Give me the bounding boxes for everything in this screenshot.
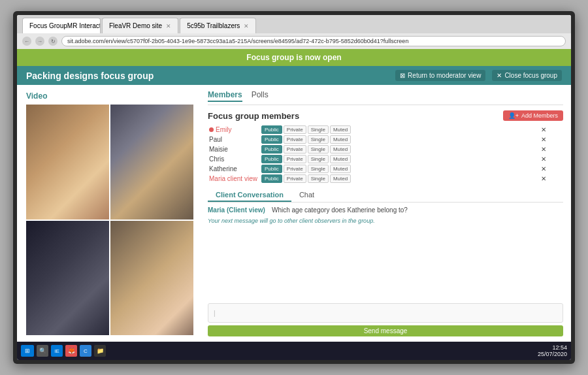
add-members-label: Add Members	[521, 112, 558, 119]
refresh-button[interactable]: ↻	[48, 37, 57, 46]
video-label: Video	[26, 91, 193, 101]
tab-1[interactable]: Focus GroupMR Interactive Zen... ✕	[22, 18, 101, 33]
member-remove-3[interactable]: ✕	[540, 154, 563, 164]
member-btn-3-single[interactable]: Single	[308, 155, 329, 163]
start-button[interactable]: ⊞	[21, 345, 34, 357]
member-btn-2-muted[interactable]: Muted	[330, 145, 351, 154]
member-row-5: Maria client viewPublicPrivateSingleMute…	[208, 174, 563, 184]
close-label: Close focus group	[504, 72, 557, 79]
taskbar-icon-2[interactable]: IE	[51, 345, 63, 357]
notice-bar: Focus group is now open	[17, 49, 571, 66]
note-text: Your next message will go to other clien…	[208, 218, 563, 224]
tab-1-label: Focus GroupMR Interactive Zen...	[29, 22, 101, 29]
clock-time: 12:54	[538, 344, 567, 351]
member-buttons-0: PublicPrivateSingleMuted	[260, 125, 540, 135]
video-grid	[26, 105, 193, 335]
member-name-5: Maria client view	[208, 174, 260, 184]
top-tabs: Members Polls	[208, 90, 563, 105]
member-btn-5-muted[interactable]: Muted	[330, 174, 351, 183]
member-btn-1-muted[interactable]: Muted	[330, 135, 351, 144]
member-btn-2-private[interactable]: Private	[284, 145, 306, 154]
return-icon: ⊠	[400, 72, 405, 79]
members-section: Focus group members 👤+ Add Members Emily…	[208, 110, 563, 184]
member-name-4: Katherine	[208, 164, 260, 174]
tab-2[interactable]: FleaVR Demo site ✕	[102, 18, 178, 33]
member-btn-4-public[interactable]: Public	[261, 165, 282, 173]
tab-2-label: FleaVR Demo site	[109, 22, 162, 29]
tab-members[interactable]: Members	[208, 90, 242, 102]
message-sender: Maria (Client view)	[208, 206, 267, 214]
taskbar-icon-4[interactable]: C	[80, 345, 91, 357]
member-btn-4-muted[interactable]: Muted	[330, 165, 351, 173]
video-cell-4	[110, 221, 193, 336]
tab-polls-label: Polls	[252, 90, 269, 99]
header-bar: Packing designs focus group ⊠ Return to …	[17, 66, 571, 85]
cursor-icon: |	[214, 310, 216, 317]
member-btn-3-muted[interactable]: Muted	[330, 155, 351, 163]
member-name-3: Chris	[208, 154, 260, 164]
add-members-button[interactable]: 👤+ Add Members	[503, 110, 563, 121]
member-remove-0[interactable]: ✕	[540, 125, 563, 135]
member-btn-1-single[interactable]: Single	[308, 135, 329, 144]
member-btn-0-muted[interactable]: Muted	[330, 125, 351, 134]
member-btn-5-single[interactable]: Single	[308, 174, 329, 183]
member-btn-0-private[interactable]: Private	[284, 125, 306, 134]
bottom-section: Client Conversation Chat Maria (Client v…	[208, 189, 563, 336]
header-actions: ⊠ Return to moderator view ✕ Close focus…	[395, 70, 562, 81]
member-row-4: KatherinePublicPrivateSingleMuted✕	[208, 164, 563, 174]
taskbar-icon-3[interactable]: 🦊	[65, 345, 77, 357]
member-buttons-3: PublicPrivateSingleMuted	[260, 154, 540, 164]
clock-date: 25/07/2020	[538, 351, 567, 357]
member-remove-2[interactable]: ✕	[540, 144, 563, 154]
video-cell-3	[26, 221, 109, 336]
member-name-1: Paul	[208, 135, 260, 144]
member-row-0: EmilyPublicPrivateSingleMuted✕	[208, 125, 563, 135]
forward-button[interactable]: →	[35, 37, 44, 46]
member-btn-4-single[interactable]: Single	[308, 165, 329, 173]
send-message-button[interactable]: Send message	[208, 325, 563, 336]
member-remove-4[interactable]: ✕	[540, 164, 563, 174]
member-btn-2-public[interactable]: Public	[261, 145, 282, 154]
close-focus-group-button[interactable]: ✕ Close focus group	[492, 70, 562, 81]
back-button[interactable]: ←	[22, 37, 31, 46]
tab-3[interactable]: 5c95b Trailblazers ✕	[180, 18, 256, 33]
member-remove-1[interactable]: ✕	[540, 135, 563, 144]
members-table: EmilyPublicPrivateSingleMuted✕PaulPublic…	[208, 125, 563, 184]
member-btn-0-public[interactable]: Public	[261, 125, 282, 134]
member-btn-5-private[interactable]: Private	[284, 174, 306, 183]
return-to-moderator-button[interactable]: ⊠ Return to moderator view	[395, 70, 485, 81]
video-cell-1	[26, 105, 109, 220]
chat-label: Chat	[299, 191, 314, 199]
taskbar-clock: 12:54 25/07/2020	[538, 344, 567, 357]
member-buttons-5: PublicPrivateSingleMuted	[260, 174, 540, 184]
member-btn-3-public[interactable]: Public	[261, 155, 282, 163]
taskbar-icon-5[interactable]: 📁	[94, 345, 106, 357]
tab-3-label: 5c95b Trailblazers	[187, 22, 240, 29]
member-btn-1-private[interactable]: Private	[284, 135, 306, 144]
windows-icon: ⊞	[25, 348, 30, 354]
tab-client-conversation[interactable]: Client Conversation	[208, 189, 291, 202]
tab-chat[interactable]: Chat	[291, 189, 322, 202]
member-btn-1-public[interactable]: Public	[261, 135, 282, 144]
page-content: Focus group is now open Packing designs …	[17, 49, 571, 342]
main-area: Video Members	[17, 85, 571, 342]
member-row-3: ChrisPublicPrivateSingleMuted✕	[208, 154, 563, 164]
member-btn-4-private[interactable]: Private	[284, 165, 306, 173]
tab-2-close[interactable]: ✕	[166, 23, 171, 29]
tab-3-close[interactable]: ✕	[244, 23, 249, 29]
message-input[interactable]: |	[208, 303, 563, 323]
taskbar: ⊞ 🔍 IE 🦊 C 📁 12:54 25/07/2020	[17, 342, 571, 360]
member-name-0: Emily	[208, 125, 260, 135]
member-btn-0-single[interactable]: Single	[308, 125, 329, 134]
member-btn-3-private[interactable]: Private	[284, 155, 306, 163]
tab-polls[interactable]: Polls	[252, 90, 269, 102]
members-title: Focus group members	[208, 111, 299, 121]
bottom-tabs: Client Conversation Chat	[208, 189, 563, 203]
focus-group-title: Packing designs focus group	[26, 71, 154, 81]
taskbar-icon-1[interactable]: 🔍	[37, 345, 48, 357]
member-btn-2-single[interactable]: Single	[308, 145, 329, 154]
tab-members-label: Members	[208, 90, 242, 99]
member-btn-5-public[interactable]: Public	[261, 174, 282, 183]
url-bar[interactable]: sit.adobe.com/en/view/c5707f0f-2b05-4043…	[61, 36, 566, 46]
member-remove-5[interactable]: ✕	[540, 174, 563, 184]
